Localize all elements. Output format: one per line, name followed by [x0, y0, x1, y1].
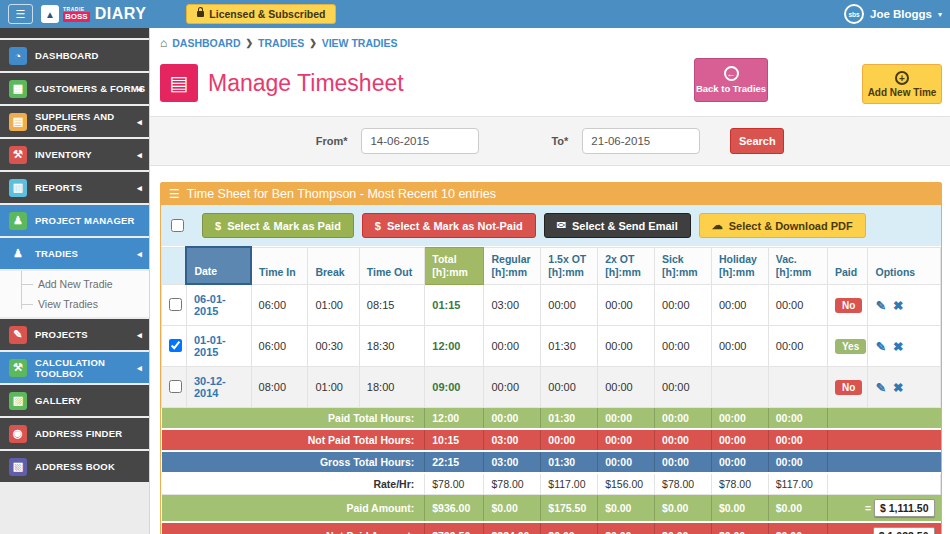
sidebar-item-gallery[interactable]: ▨GALLERY: [0, 385, 149, 416]
row-checkbox[interactable]: [169, 380, 182, 393]
arrow-left-circle-icon: ←: [724, 66, 739, 81]
licensed-badge[interactable]: Licensed & Subscribed: [186, 4, 336, 24]
options-cell: ✎✖: [868, 326, 941, 367]
search-button[interactable]: Search: [730, 128, 784, 154]
logo-diary-text: DIARY: [95, 5, 147, 23]
edit-icon[interactable]: ✎: [875, 340, 885, 354]
select-mark-as-paid-button[interactable]: $Select & Mark as Paid: [202, 213, 354, 238]
total-cell: 01:15: [425, 284, 484, 326]
sidebar-item-projects[interactable]: ✎PROJECTS◂: [0, 319, 149, 350]
breadcrumb-link-view-tradies[interactable]: VIEW TRADIES: [322, 37, 398, 49]
cart-icon: ▦: [9, 80, 27, 98]
options-cell: ✎✖: [868, 284, 941, 326]
edit-icon[interactable]: ✎: [875, 299, 885, 313]
select-all-checkbox[interactable]: [171, 219, 184, 232]
break-cell: 00:30: [308, 326, 359, 367]
summary-value: 00:00: [655, 429, 712, 451]
date-cell: 01-01-2015: [186, 326, 251, 367]
sidebar-item-calculation-toolbox[interactable]: ⚒CALCULATION TOOLBOX◂: [0, 352, 149, 383]
column-header-time-in: Time In: [251, 247, 308, 284]
delete-icon[interactable]: ✖: [893, 340, 903, 354]
row-checkbox-cell: [162, 326, 187, 367]
summary-value: $117.00: [768, 473, 827, 495]
caret-left-icon: ◂: [137, 150, 142, 160]
row-checkbox[interactable]: [169, 298, 182, 311]
time-in-cell: 06:00: [251, 284, 308, 326]
summary-row-paid-amount-: Paid Amount:$936.00$0.00$175.50$0.00$0.0…: [162, 495, 941, 523]
sidebar-subitem-view-tradies[interactable]: View Tradies: [0, 294, 149, 314]
table-row: 06-01-201506:0001:0008:1501:1503:0000:00…: [162, 284, 941, 326]
delete-icon[interactable]: ✖: [893, 299, 903, 313]
sidebar-item-customers-forms[interactable]: ▦CUSTOMERS & FORMS◂: [0, 73, 149, 104]
sidebar-item-address-book[interactable]: ▧ADDRESS BOOK: [0, 451, 149, 482]
vac-cell: 00:00: [768, 326, 827, 367]
sidebar-item-tradies[interactable]: ♟TRADIES◂: [0, 238, 149, 269]
total-cell: 09:00: [425, 367, 484, 408]
summary-value: 00:00: [655, 408, 712, 430]
column-header-time-out: Time Out: [359, 247, 424, 284]
caret-left-icon: ◂: [137, 249, 142, 259]
summary-value: 00:00: [768, 451, 827, 473]
summary-label: Not Paid Total Hours:: [162, 429, 425, 451]
row-checkbox-cell: [162, 284, 187, 326]
sidebar-item-suppliers-and-orders[interactable]: ▤SUPPLIERS AND ORDERS◂: [0, 106, 149, 137]
logo-tradie-text: TRADIE: [63, 7, 90, 12]
sidebar-item-address-finder[interactable]: ◉ADDRESS FINDER: [0, 418, 149, 449]
sidebar-item-inventory[interactable]: ⚒INVENTORY◂: [0, 139, 149, 170]
date-link[interactable]: 01-01-2015: [194, 334, 226, 358]
paid-cell: No: [827, 367, 868, 408]
select-download-pdf-button[interactable]: ☁Select & Download PDF: [699, 213, 866, 238]
email-icon: ✉: [557, 219, 566, 232]
reports-icon: ▥: [9, 179, 27, 197]
sidebar-subitem-add-new-tradie[interactable]: Add New Tradie: [0, 274, 149, 294]
breadcrumb-link-dashboard[interactable]: DASHBOARD: [172, 37, 240, 49]
panel-title: Time Sheet for Ben Thompson - Most Recen…: [187, 187, 496, 201]
delete-icon[interactable]: ✖: [893, 381, 903, 395]
paid-badge: No: [835, 380, 862, 395]
sidebar-item-reports[interactable]: ▥REPORTS◂: [0, 172, 149, 203]
select-send-email-button[interactable]: ✉Select & Send Email: [544, 213, 691, 238]
list-icon: ☰: [169, 187, 180, 201]
summary-total-box: $ 1,111.50: [874, 499, 934, 517]
ot15-cell: 01:30: [541, 326, 598, 367]
hamburger-menu-icon[interactable]: ☰: [8, 4, 33, 24]
inventory-icon: ⚒: [9, 146, 27, 164]
summary-row-paid-total-hours-: Paid Total Hours:12:0000:0001:3000:0000:…: [162, 408, 941, 430]
edit-icon[interactable]: ✎: [875, 381, 885, 395]
summary-row-rate-hr-: Rate/Hr:$78.00$78.00$117.00$156.00$78.00…: [162, 473, 941, 495]
date-link[interactable]: 06-01-2015: [194, 293, 226, 317]
sidebar-item-dashboard[interactable]: ◔DASHBOARD: [0, 40, 149, 71]
column-header-date: Date: [186, 247, 251, 284]
summary-value: $117.00: [541, 473, 598, 495]
select-mark-as-not-paid-button[interactable]: $Select & Mark as Not-Paid: [362, 213, 536, 238]
summary-value: $0.00: [541, 522, 598, 534]
projects-icon: ✎: [9, 326, 27, 344]
user-menu[interactable]: sbs Joe Bloggs ▾: [844, 4, 942, 24]
back-to-tradies-button[interactable]: ← Back to Tradies: [694, 58, 768, 102]
date-link[interactable]: 30-12-2014: [194, 375, 226, 399]
ot2-cell: 00:00: [598, 284, 655, 326]
home-icon: ⌂: [160, 36, 167, 50]
from-date-input[interactable]: [361, 128, 479, 154]
sick-cell: 00:00: [655, 284, 712, 326]
add-new-time-button[interactable]: + Add New Time: [862, 64, 942, 104]
to-date-input[interactable]: [582, 128, 700, 154]
summary-value: $0.00: [598, 522, 655, 534]
ot15-cell: 00:00: [541, 367, 598, 408]
column-header-holiday: Holiday[h]:mm: [711, 247, 768, 284]
breadcrumb-link-tradies[interactable]: TRADIES: [258, 37, 304, 49]
column-header-regular: Regular[h]:mm: [484, 247, 541, 284]
sidebar-item-label: SUPPLIERS AND ORDERS: [35, 111, 149, 133]
address-book-icon: ▧: [9, 458, 27, 476]
summary-value: 00:00: [598, 451, 655, 473]
sidebar: ◔DASHBOARD▦CUSTOMERS & FORMS◂▤SUPPLIERS …: [0, 28, 150, 534]
action-button-label: Select & Download PDF: [729, 220, 853, 232]
timesheet-icon: ▤: [160, 64, 198, 102]
sidebar-item-project-manager[interactable]: ♟PROJECT MANAGER: [0, 205, 149, 236]
summary-label: Paid Total Hours:: [162, 408, 425, 430]
regular-cell: 00:00: [484, 367, 541, 408]
table-row: 30-12-201408:0001:0018:0009:0000:0000:00…: [162, 367, 941, 408]
sidebar-item-label: INVENTORY: [35, 149, 92, 160]
row-checkbox[interactable]: [169, 339, 182, 352]
sidebar-menu: ◔DASHBOARD▦CUSTOMERS & FORMS◂▤SUPPLIERS …: [0, 40, 149, 482]
